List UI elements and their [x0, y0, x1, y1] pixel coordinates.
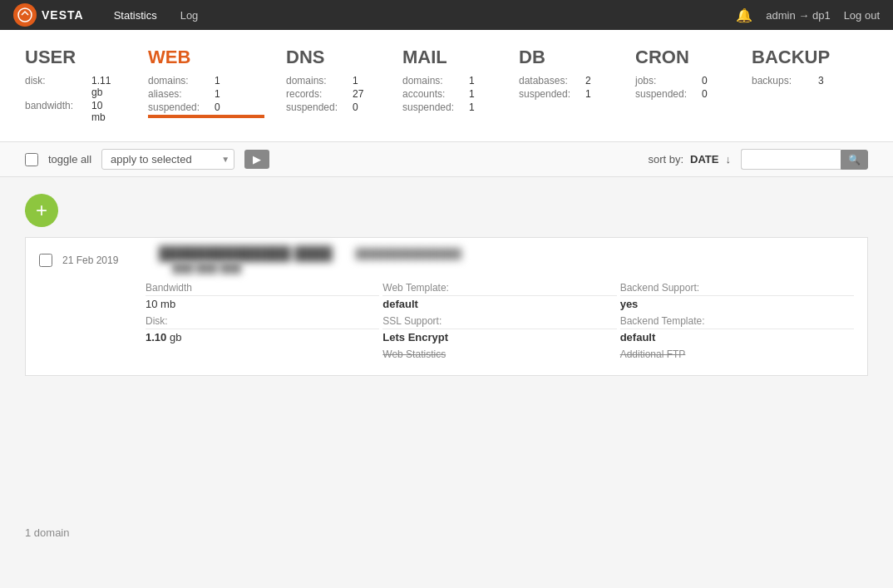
search-wrap: 🔍 [741, 149, 868, 170]
backend-support-label: Backend Support: [620, 282, 854, 296]
sort-value[interactable]: DATE [690, 153, 718, 166]
web-statistics-link[interactable]: Web Statistics [382, 348, 616, 360]
stats-dns-title[interactable]: DNS [286, 47, 369, 68]
svg-point-0 [18, 8, 32, 22]
ssl-support-label: SSL Support: [382, 315, 616, 329]
sort-controls: sort by: DATE ↓ [648, 153, 731, 166]
logo[interactable]: VESTA [13, 3, 84, 27]
web-aliases-value: 1 [215, 88, 220, 100]
stats-disk-label: disk: [25, 75, 91, 86]
stats-cron-title[interactable]: CRON [635, 47, 718, 68]
logo-icon [13, 3, 37, 27]
domain-alias: ███ ███ ███ [172, 262, 241, 274]
web-domains-value: 1 [215, 75, 220, 86]
additional-ftp-link[interactable]: Additional FTP [620, 348, 854, 360]
ssl-support-row: SSL Support: Lets Encrypt [382, 315, 616, 343]
logout-button[interactable]: Log out [844, 9, 880, 22]
nav-right: 🔔 admin → dp1 Log out [736, 7, 880, 23]
nav-log[interactable]: Log [170, 0, 209, 30]
sort-arrow-icon[interactable]: ↓ [726, 153, 732, 166]
domain-checkbox[interactable] [39, 254, 52, 267]
web-template-label: Web Template: [382, 282, 616, 296]
domain-count-label: 1 domain [25, 526, 69, 539]
top-navigation: VESTA Statistics Log 🔔 admin → dp1 Log o… [0, 0, 893, 30]
domain-names: ██████████████ ████ ███████████████ ███ … [159, 246, 461, 274]
sort-by-label: sort by: [648, 153, 683, 166]
bell-icon[interactable]: 🔔 [736, 7, 752, 23]
toolbar: toggle all apply to selected suspend uns… [0, 142, 893, 177]
web-template-value: default [382, 298, 616, 310]
add-domain-button[interactable]: + [25, 194, 58, 227]
web-statistics-row: Web Statistics [382, 348, 616, 360]
web-domains-label: domains: [148, 75, 215, 86]
stats-web-title[interactable]: WEB [148, 47, 253, 68]
apply-select-wrap: apply to selected suspend unsuspend dele… [101, 149, 234, 170]
stats-cron: CRON jobs: 0 suspended: 0 [635, 47, 752, 118]
web-tab-underline [148, 115, 264, 118]
ssl-support-value: Lets Encrypt [382, 331, 616, 343]
domain-item: 21 Feb 2019 ██████████████ ████ ████████… [25, 237, 868, 376]
apply-go-button[interactable]: ▶ [244, 150, 269, 169]
bandwidth-value: 10 mb [146, 298, 379, 310]
stats-mail: MAIL domains: 1 accounts: 1 suspended: 1 [402, 47, 519, 131]
domain-name[interactable]: ██████████████ ████ [159, 246, 333, 261]
stats-disk-value: 1.11 gb [91, 75, 115, 98]
stats-user-title[interactable]: USER [25, 47, 115, 68]
backend-template-label: Backend Template: [620, 315, 854, 329]
bandwidth-row: Bandwidth 10 mb [146, 282, 379, 310]
stats-row: USER disk: 1.11 gb bandwidth: 10 mb WEB … [25, 47, 868, 141]
domain-date: 21 Feb 2019 [62, 254, 146, 266]
stats-bandwidth-label: bandwidth: [25, 100, 91, 111]
main-content: + 21 Feb 2019 ██████████████ ████ ██████… [0, 177, 893, 510]
web-suspended-label: suspended: [148, 101, 215, 113]
stats-mail-title[interactable]: MAIL [402, 47, 486, 68]
stats-bandwidth-value: 10 mb [91, 100, 115, 123]
stats-dns: DNS domains: 1 records: 27 suspended: 0 [286, 47, 402, 131]
backend-template-value: default [620, 331, 854, 343]
stats-web: WEB domains: 1 aliases: 1 suspended: 0 [148, 47, 286, 135]
stats-backup-title[interactable]: BACKUP [752, 47, 835, 68]
web-template-row: Web Template: default [382, 282, 616, 310]
stats-section: USER disk: 1.11 gb bandwidth: 10 mb WEB … [0, 30, 893, 142]
stats-db: DB databases: 2 suspended: 1 [519, 47, 635, 118]
domain-item-header: 21 Feb 2019 ██████████████ ████ ████████… [26, 238, 867, 282]
nav-user: admin → dp1 [766, 9, 830, 22]
additional-ftp-row: Additional FTP [620, 348, 854, 360]
toggle-all-label[interactable]: toggle all [48, 153, 91, 166]
apply-to-selected-select[interactable]: apply to selected suspend unsuspend dele… [101, 149, 234, 170]
nav-statistics[interactable]: Statistics [104, 0, 167, 30]
search-button[interactable]: 🔍 [841, 150, 868, 170]
stats-user-disk: disk: 1.11 gb [25, 75, 115, 98]
web-suspended-value: 0 [215, 101, 220, 113]
disk-label: Disk: [146, 315, 379, 329]
disk-value: 1.10 gb [146, 331, 379, 343]
search-input[interactable] [741, 149, 841, 170]
domain-details: Bandwidth 10 mb Disk: 1.10 gb [26, 282, 867, 375]
domain-ip: ███████████████ [356, 248, 462, 259]
backend-support-value: yes [620, 298, 854, 310]
footer-domain-count: 1 domain [0, 510, 893, 556]
backend-support-row: Backend Support: yes [620, 282, 854, 310]
toggle-all-checkbox[interactable] [25, 153, 38, 166]
nav-links: Statistics Log [104, 0, 209, 30]
backend-template-row: Backend Template: default [620, 315, 854, 343]
stats-user: USER disk: 1.11 gb bandwidth: 10 mb [25, 47, 148, 141]
stats-db-title[interactable]: DB [519, 47, 602, 68]
disk-row: Disk: 1.10 gb [146, 315, 379, 343]
logo-text: VESTA [42, 8, 84, 22]
stats-backup: BACKUP backups: 3 [752, 47, 868, 105]
web-aliases-label: aliases: [148, 88, 215, 100]
stats-user-bandwidth: bandwidth: 10 mb [25, 100, 115, 123]
bandwidth-label: Bandwidth [146, 282, 379, 296]
